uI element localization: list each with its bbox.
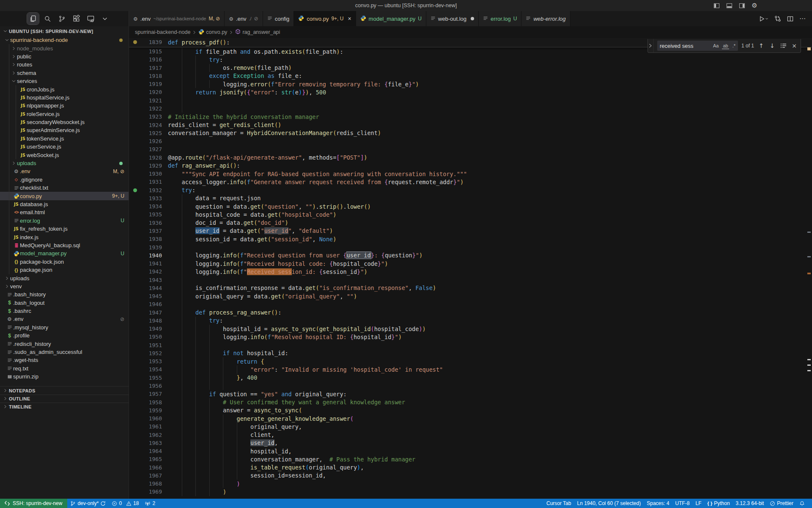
tab-.env[interactable]: ⚙.env~/spurrinai-backend-nodeM, ⊘ bbox=[129, 11, 225, 26]
tree-item-cronJobs.js[interactable]: JScronJobs.js bbox=[0, 85, 129, 93]
source-control-icon[interactable] bbox=[56, 13, 68, 25]
code-line[interactable]: 1941 logging.info(f"Received hospital co… bbox=[129, 260, 812, 268]
tree-item-uploads[interactable]: uploads bbox=[0, 159, 129, 167]
code-line[interactable]: 1962 client, bbox=[129, 431, 812, 439]
more-views-icon[interactable] bbox=[99, 13, 111, 25]
tab-dirty-dot[interactable] bbox=[471, 17, 474, 20]
code-line[interactable]: 1925conversation_manager = HybridConvers… bbox=[129, 129, 812, 137]
code-line[interactable]: 1959 answer = async_to_sync( bbox=[129, 406, 812, 414]
code-line[interactable]: 1929def rag_answer_api(): bbox=[129, 162, 812, 170]
tab-model_manager.py[interactable]: model_manager.pyU bbox=[356, 11, 426, 26]
layout-sidebar-right-icon[interactable] bbox=[738, 2, 745, 9]
code-line[interactable]: 1950 logging.info(f"Resolved hospital ID… bbox=[129, 333, 812, 341]
code-line[interactable]: 1927 bbox=[129, 145, 812, 153]
tree-item-routes[interactable]: routes bbox=[0, 61, 129, 69]
code-line[interactable]: 1933 data = request.json bbox=[129, 194, 812, 202]
find-input[interactable] bbox=[660, 43, 710, 49]
tree-item-req.txt[interactable]: req.txt bbox=[0, 364, 129, 373]
statusbar-prettier[interactable]: Prettier bbox=[767, 499, 796, 508]
find-toggle-replace-button[interactable] bbox=[648, 39, 654, 52]
breadcrumb-item-spurrinai-backend-node[interactable]: spurrinai-backend-node bbox=[135, 29, 190, 35]
tree-item-.profile[interactable]: $.profile bbox=[0, 331, 129, 340]
extensions-icon[interactable] bbox=[70, 13, 82, 25]
tab-web-out.log[interactable]: web-out.log bbox=[426, 11, 479, 26]
find-in-selection-button[interactable] bbox=[779, 44, 787, 48]
tab-.env[interactable]: ⚙.env./⊘ bbox=[225, 11, 263, 26]
code-line[interactable]: 1918 except Exception as file_e: bbox=[129, 72, 812, 80]
code-line[interactable]: 1934 question = data.get("question", "")… bbox=[129, 202, 812, 210]
tab-error.log[interactable]: error.logU bbox=[479, 11, 521, 26]
tree-item-services[interactable]: services bbox=[0, 77, 129, 85]
search-icon[interactable] bbox=[41, 13, 53, 25]
code-line[interactable]: 1946 bbox=[129, 300, 812, 308]
tree-item-schema[interactable]: schema bbox=[0, 69, 129, 77]
breadcrumb-item-rag_answer_api[interactable]: rag_answer_api bbox=[235, 29, 280, 36]
code-line[interactable]: 1917 os.remove(file_path) bbox=[129, 64, 812, 72]
code-line[interactable]: 1952 if not hospital_id: bbox=[129, 349, 812, 357]
code-line[interactable]: 1960 generate_general_knowledge_answer( bbox=[129, 414, 812, 422]
tree-item-node_modules[interactable]: node_modules bbox=[0, 44, 129, 52]
code-line[interactable]: 1965 conversation_manager, # Pass the hy… bbox=[129, 455, 812, 463]
tree-item-tokenService.js[interactable]: JStokenService.js bbox=[0, 135, 129, 143]
gear-icon[interactable]: ⚙ bbox=[751, 2, 758, 9]
find-next-button[interactable]: ↓ bbox=[768, 42, 776, 49]
tab-config[interactable]: config bbox=[263, 11, 294, 26]
sticky-code-line[interactable]: 1839def process_pdf(): bbox=[129, 38, 230, 46]
tree-item-venv[interactable]: venv bbox=[0, 282, 129, 290]
code-editor[interactable]: 1839def process_pdf(): 1915 if file_path… bbox=[129, 38, 812, 499]
tab-close-icon[interactable]: × bbox=[348, 15, 351, 22]
statusbar-encoding[interactable]: UTF-8 bbox=[672, 499, 693, 508]
code-line[interactable]: 1945 original_query = data.get("original… bbox=[129, 292, 812, 300]
tree-item-package.json[interactable]: {}package.json bbox=[0, 266, 129, 274]
sidebar-panel-outline[interactable]: OUTLINE bbox=[0, 395, 129, 403]
statusbar-indentation[interactable]: Spaces: 4 bbox=[644, 499, 672, 508]
whole-word-icon[interactable]: ab bbox=[722, 43, 729, 49]
code-line[interactable]: 1920 return jsonify({"error": str(e)}), … bbox=[129, 88, 812, 96]
tree-item-package-lock.json[interactable]: {}package-lock.json bbox=[0, 258, 129, 266]
tree-item-.sudo_as_admin_successful[interactable]: .sudo_as_admin_successful bbox=[0, 348, 129, 356]
tree-item-fix_refresh_token.js[interactable]: JSfix_refresh_token.js bbox=[0, 225, 129, 233]
tree-item-database.js[interactable]: JSdatabase.js bbox=[0, 200, 129, 208]
tree-item-spurrin.zip[interactable]: spurrin.zip bbox=[0, 373, 129, 381]
code-line[interactable]: 1916 try: bbox=[129, 55, 812, 64]
remote-explorer-icon[interactable] bbox=[85, 13, 96, 25]
tree-item-model_manager.py[interactable]: model_manager.pyU bbox=[0, 249, 129, 257]
code-line[interactable]: 1964 hospital_id, bbox=[129, 447, 812, 455]
code-line[interactable]: 1919 logging.error(f"Error removing temp… bbox=[129, 80, 812, 88]
tree-item-.bash_logout[interactable]: $.bash_logout bbox=[0, 299, 129, 307]
code-line[interactable]: 1956 bbox=[129, 382, 812, 390]
statusbar-notifications[interactable] bbox=[796, 499, 808, 508]
green-gutter-dot[interactable] bbox=[133, 188, 137, 192]
tree-item-superAdminService.js[interactable]: JSsuperAdminService.js bbox=[0, 126, 129, 134]
tab-web-error.log[interactable]: web-error.log bbox=[521, 11, 570, 26]
more-actions-button[interactable]: ⋯ bbox=[799, 15, 806, 22]
tree-item-index.js[interactable]: JSindex.js bbox=[0, 233, 129, 241]
code-line[interactable]: 1928@app.route("/flask-api/generate-answ… bbox=[129, 153, 812, 161]
code-line[interactable]: 1923# Initialize the hybrid conversation… bbox=[129, 113, 812, 121]
statusbar-cursor-position[interactable]: Ln 1940, Col 60 (7 selected) bbox=[574, 499, 644, 508]
tree-item-.gitignore[interactable]: .gitignore bbox=[0, 176, 129, 184]
code-line[interactable]: 1948 try: bbox=[129, 317, 812, 325]
code-line[interactable]: 1931 access_logger.info(f"Generate answe… bbox=[129, 178, 812, 186]
code-line[interactable]: 1930 """Sync API endpoint for RAG-based … bbox=[129, 170, 812, 178]
code-line[interactable]: 1922 bbox=[129, 105, 812, 113]
explorer-section-header[interactable]: UBUNTU [SSH: SPURRIN-DEV-NEW] bbox=[0, 26, 129, 36]
statusbar-python-interpreter[interactable]: 3.12.3 64-bit bbox=[733, 499, 767, 508]
split-editor-button[interactable] bbox=[787, 16, 793, 22]
code-line[interactable]: 1966 is_table_request(original_query), bbox=[129, 464, 812, 472]
tree-item-MedQueryAI_backup.sql[interactable]: MedQueryAI_backup.sql bbox=[0, 241, 129, 249]
tree-item-.rediscli_history[interactable]: .rediscli_history bbox=[0, 340, 129, 348]
code-line[interactable]: 1963 user_id, bbox=[129, 439, 812, 447]
open-changes-button[interactable] bbox=[774, 15, 781, 22]
code-line[interactable]: 1954 "error": "Invalid or missing 'hospi… bbox=[129, 365, 812, 373]
code-line[interactable]: 1938 session_id = data.get("session_id",… bbox=[129, 235, 812, 243]
code-line[interactable]: 1953 return { bbox=[129, 357, 812, 365]
tree-item-.env[interactable]: ⚙.env⊘ bbox=[0, 315, 129, 323]
tree-item-error.log[interactable]: error.logU bbox=[0, 217, 129, 225]
code-line[interactable]: 1967 session_id=session_id, bbox=[129, 472, 812, 480]
code-line[interactable]: 1947 def process_rag_answer(): bbox=[129, 309, 812, 317]
tree-item-.bash_history[interactable]: .bash_history bbox=[0, 290, 129, 298]
code-line[interactable]: 1935 hospital_code = data.get("hospital_… bbox=[129, 210, 812, 218]
layout-sidebar-left-icon[interactable] bbox=[713, 2, 720, 9]
yellow-gutter-dot[interactable] bbox=[133, 40, 137, 44]
